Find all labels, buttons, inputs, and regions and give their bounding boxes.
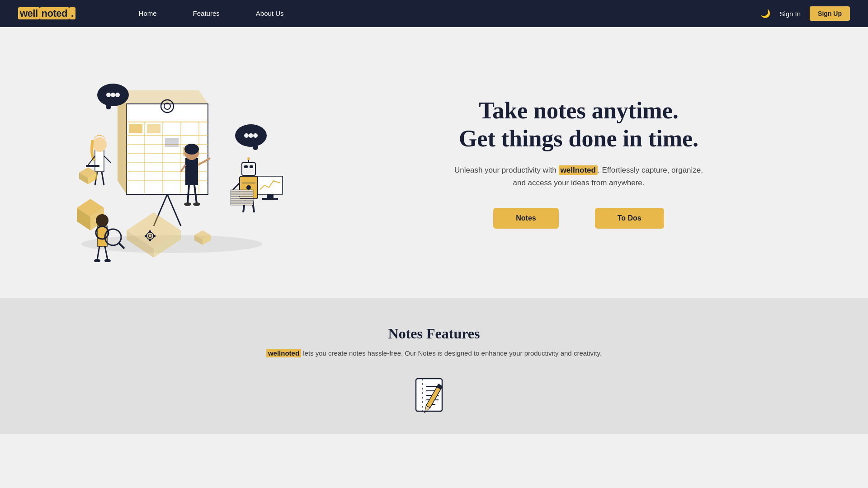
dark-mode-icon[interactable]: 🌙 [760, 9, 770, 19]
navbar: wellnoted. Home Features About Us 🌙 Sign… [0, 0, 868, 27]
signin-link[interactable]: Sign In [779, 10, 801, 18]
svg-rect-70 [231, 197, 253, 198]
signup-button[interactable]: Sign Up [810, 6, 850, 21]
svg-point-25 [111, 93, 115, 97]
svg-point-53 [184, 202, 191, 206]
svg-line-64 [252, 199, 254, 212]
svg-point-60 [247, 157, 250, 160]
isometric-illustration [36, 54, 289, 262]
svg-line-61 [233, 183, 240, 190]
svg-rect-73 [231, 203, 253, 205]
svg-point-24 [106, 104, 111, 109]
hero-title-line1: Take notes anytime. [479, 98, 679, 123]
svg-rect-69 [231, 194, 253, 196]
svg-point-82 [104, 259, 111, 262]
svg-rect-57 [244, 165, 248, 168]
hero-title-line2: Get things done in time. [459, 126, 698, 151]
features-section: Notes Features wellnoted lets you create… [0, 298, 868, 434]
svg-point-75 [96, 214, 108, 227]
svg-point-27 [106, 93, 111, 97]
hero-subtitle-before: Unleash your productivity with [454, 166, 559, 174]
svg-point-34 [92, 137, 107, 152]
svg-point-31 [253, 133, 258, 138]
svg-rect-46 [185, 158, 198, 185]
svg-rect-94 [149, 230, 151, 233]
todos-button[interactable]: To Dos [595, 208, 664, 229]
svg-rect-39 [86, 165, 99, 167]
svg-rect-19 [165, 138, 179, 147]
svg-point-32 [244, 133, 249, 138]
svg-rect-56 [242, 163, 255, 175]
logo-text: wellnoted. [18, 8, 75, 19]
svg-point-26 [115, 93, 120, 97]
hero-buttons: Notes To Dos [326, 208, 832, 229]
svg-rect-74 [97, 226, 107, 246]
hero-brand-highlight: wellnoted [559, 165, 598, 175]
svg-line-38 [102, 172, 104, 185]
features-subtitle-text: lets you create notes hassle-free. Our N… [301, 349, 602, 357]
nav-features[interactable]: Features [193, 9, 220, 17]
svg-point-48 [184, 144, 199, 155]
nav-home[interactable]: Home [139, 9, 157, 17]
features-brand: wellnoted [266, 349, 301, 357]
svg-point-66 [246, 185, 251, 190]
svg-rect-90 [267, 194, 274, 198]
svg-rect-67 [231, 190, 253, 192]
hero-section: Take notes anytime. Get things done in t… [0, 27, 868, 298]
features-icon-area [18, 375, 850, 416]
logo-prefix: well [18, 7, 40, 19]
svg-line-63 [243, 199, 245, 212]
svg-rect-72 [231, 201, 253, 203]
notepad-icon [414, 375, 454, 416]
nav-links: Home Features About Us [139, 9, 284, 18]
notes-button[interactable]: Notes [493, 208, 558, 229]
hero-content: Take notes anytime. Get things done in t… [298, 97, 832, 229]
features-subtitle: wellnoted lets you create notes hassle-f… [18, 349, 850, 357]
hero-title: Take notes anytime. Get things done in t… [326, 97, 832, 153]
svg-line-22 [167, 194, 181, 226]
svg-rect-33 [95, 149, 104, 172]
svg-rect-91 [262, 198, 278, 200]
logo[interactable]: wellnoted. [18, 8, 75, 19]
svg-rect-95 [149, 239, 151, 241]
svg-rect-96 [145, 235, 147, 237]
svg-point-81 [94, 259, 100, 262]
svg-marker-3 [118, 90, 127, 194]
svg-rect-97 [153, 235, 156, 237]
svg-rect-71 [231, 199, 253, 201]
svg-rect-18 [147, 124, 160, 133]
svg-line-36 [104, 156, 111, 163]
logo-dot: . [69, 7, 75, 19]
svg-point-30 [249, 133, 253, 138]
svg-rect-17 [129, 124, 142, 133]
hero-subtitle: Unleash your productivity with wellnoted… [452, 164, 705, 190]
svg-point-29 [253, 145, 258, 150]
svg-rect-68 [231, 192, 253, 194]
features-title: Notes Features [18, 325, 850, 342]
svg-point-54 [193, 202, 200, 206]
svg-rect-58 [250, 165, 253, 168]
hero-illustration [36, 54, 298, 271]
nav-right: 🌙 Sign In Sign Up [760, 6, 850, 21]
nav-about[interactable]: About Us [256, 9, 284, 17]
logo-highlight: noted [40, 7, 69, 19]
